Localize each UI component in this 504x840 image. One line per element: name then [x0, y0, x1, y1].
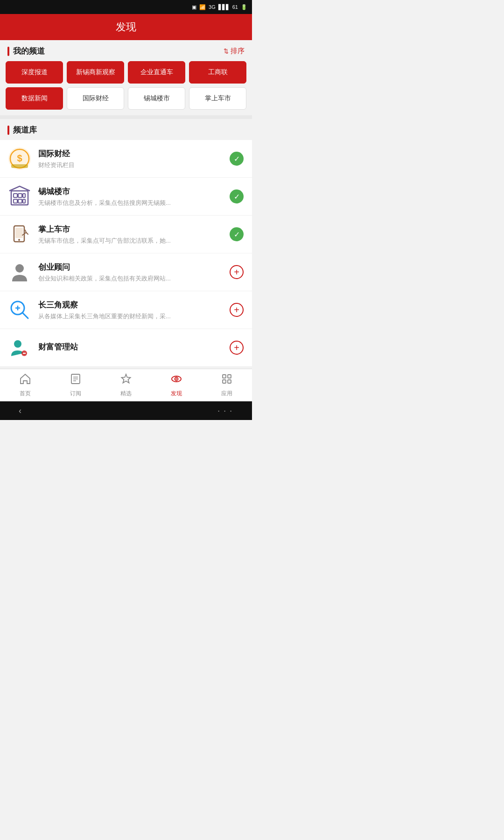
add-icon-财富管理站: + [230, 341, 244, 355]
channel-library-list: $ 国际财经 财经资讯栏目 ✓ [0, 140, 252, 367]
svg-rect-3 [11, 164, 28, 168]
library-desc-掌上车市: 无锡车市信息，采集点可与广告部沈洁联系，她... [38, 237, 222, 245]
svg-line-16 [22, 313, 28, 318]
channel-library-title: 频道库 [13, 125, 37, 135]
library-info-财富管理站: 财富管理站 [38, 342, 222, 354]
status-signal: 3G [209, 4, 216, 10]
my-channels-title: 我的频道 [13, 46, 45, 56]
channel-btn-工商联[interactable]: 工商联 [189, 61, 246, 84]
svg-marker-26 [122, 374, 131, 383]
svg-rect-9 [18, 199, 22, 203]
back-button[interactable]: ‹ [19, 406, 21, 416]
library-name-锡城楼市: 锡城楼市 [38, 186, 222, 197]
channel-btn-锡城楼市[interactable]: 锡城楼市 [128, 87, 185, 110]
icon-国际财经: $ [7, 147, 32, 171]
system-bar: ‹ • • • [0, 401, 252, 420]
library-info-掌上车市: 掌上车市 无锡车市信息，采集点可与广告部沈洁联系，她... [38, 224, 222, 245]
icon-财富管理站 [7, 336, 32, 360]
status-battery-num: 61 [232, 4, 238, 10]
library-bar-accent [7, 126, 9, 135]
check-icon-国际财经: ✓ [230, 152, 244, 166]
svg-rect-6 [18, 194, 22, 197]
library-info-国际财经: 国际财经 财经资讯栏目 [38, 148, 222, 169]
eye-icon [170, 373, 182, 388]
nav-item-精选[interactable]: 精选 [101, 369, 151, 401]
library-action-创业顾问[interactable]: + [229, 264, 245, 280]
sort-icon: ⇅ [224, 48, 229, 55]
sort-button[interactable]: ⇅ 排序 [224, 47, 245, 56]
nav-item-应用[interactable]: 应用 [202, 369, 252, 401]
svg-rect-30 [223, 375, 226, 378]
icon-锡城楼市 [7, 184, 32, 209]
section-title-wrap: 我的频道 [7, 46, 45, 56]
svg-rect-10 [23, 199, 25, 203]
library-name-创业顾问: 创业顾问 [38, 262, 222, 273]
library-item-锡城楼市: 锡城楼市 无锡楼市信息及分析，采集点包括搜房网无锡频... ✓ [0, 178, 252, 216]
nav-item-订阅[interactable]: 订阅 [50, 369, 101, 401]
status-battery-icon: 🔋 [241, 4, 247, 10]
add-icon-长三角观察: + [230, 303, 244, 317]
svg-point-13 [18, 239, 20, 241]
library-info-锡城楼市: 锡城楼市 无锡楼市信息及分析，采集点包括搜房网无锡频... [38, 186, 222, 207]
nav-item-首页[interactable]: 首页 [0, 369, 50, 401]
library-name-财富管理站: 财富管理站 [38, 342, 222, 352]
library-action-国际财经[interactable]: ✓ [229, 151, 245, 167]
library-action-锡城楼市[interactable]: ✓ [229, 189, 245, 204]
library-name-掌上车市: 掌上车市 [38, 224, 222, 235]
page-header: 发现 [0, 14, 252, 40]
svg-rect-12 [15, 228, 23, 238]
channel-btn-国际财经[interactable]: 国际财经 [67, 87, 124, 110]
svg-text:$: $ [17, 153, 22, 163]
status-wifi: 📶 [199, 4, 206, 10]
status-vibrate: ▣ [192, 4, 196, 10]
svg-point-19 [14, 340, 21, 348]
status-bar: ▣ 📶 3G ▋▋▋ 61 🔋 [0, 0, 252, 14]
nav-label-应用: 应用 [221, 390, 232, 398]
check-icon-掌上车市: ✓ [230, 227, 244, 241]
svg-rect-5 [14, 194, 17, 197]
library-action-掌上车市[interactable]: ✓ [229, 226, 245, 242]
dots-button[interactable]: • • • [218, 409, 233, 413]
svg-point-29 [176, 378, 177, 380]
library-item-财富管理站: 财富管理站 + [0, 329, 252, 367]
library-desc-锡城楼市: 无锡楼市信息及分析，采集点包括搜房网无锡频... [38, 199, 222, 207]
library-item-长三角观察: 长三角观察 从各媒体上采集长三角地区重要的财经新闻，采... + [0, 291, 252, 329]
library-desc-创业顾问: 创业知识和相关政策，采集点包括有关政府网站... [38, 274, 222, 283]
library-desc-长三角观察: 从各媒体上采集长三角地区重要的财经新闻，采... [38, 312, 222, 321]
bottom-nav: 首页 订阅 精选 发现 [0, 369, 252, 401]
nav-item-发现[interactable]: 发现 [151, 369, 202, 401]
library-action-财富管理站[interactable]: + [229, 340, 245, 356]
library-item-创业顾问: 创业顾问 创业知识和相关政策，采集点包括有关政府网站... + [0, 253, 252, 291]
library-desc-国际财经: 财经资讯栏目 [38, 161, 222, 169]
nav-label-发现: 发现 [171, 390, 182, 398]
star-icon [120, 373, 132, 388]
channel-btn-新锡商新观察[interactable]: 新锡商新观察 [67, 61, 124, 84]
channel-btn-企业直通车[interactable]: 企业直通车 [128, 61, 185, 84]
svg-rect-32 [223, 380, 226, 383]
book-icon [70, 373, 82, 388]
section-bar-accent [7, 47, 9, 56]
channel-btn-掌上车市[interactable]: 掌上车市 [189, 87, 246, 110]
library-info-长三角观察: 长三角观察 从各媒体上采集长三角地区重要的财经新闻，采... [38, 300, 222, 321]
svg-rect-31 [228, 375, 231, 378]
library-action-长三角观察[interactable]: + [229, 302, 245, 318]
my-channels-section: 我的频道 ⇅ 排序 深度报道 新锡商新观察 企业直通车 工商联 数据新闻 国际财… [0, 40, 252, 115]
status-bars: ▋▋▋ [218, 4, 230, 10]
library-name-长三角观察: 长三角观察 [38, 300, 222, 310]
library-item-国际财经: $ 国际财经 财经资讯栏目 ✓ [0, 140, 252, 178]
grid-icon [221, 373, 233, 388]
nav-label-首页: 首页 [20, 390, 31, 398]
svg-rect-7 [23, 194, 25, 197]
sort-label: 排序 [231, 47, 245, 56]
library-info-创业顾问: 创业顾问 创业知识和相关政策，采集点包括有关政府网站... [38, 262, 222, 283]
icon-长三角观察 [7, 298, 32, 322]
nav-label-订阅: 订阅 [70, 390, 81, 398]
svg-point-14 [15, 264, 24, 273]
svg-rect-33 [228, 380, 231, 383]
section-divider [0, 115, 252, 119]
channel-btn-深度报道[interactable]: 深度报道 [6, 61, 63, 84]
page-title: 发现 [116, 20, 136, 34]
library-name-国际财经: 国际财经 [38, 148, 222, 159]
channel-btn-数据新闻[interactable]: 数据新闻 [6, 87, 63, 110]
add-icon-创业顾问: + [230, 265, 244, 279]
